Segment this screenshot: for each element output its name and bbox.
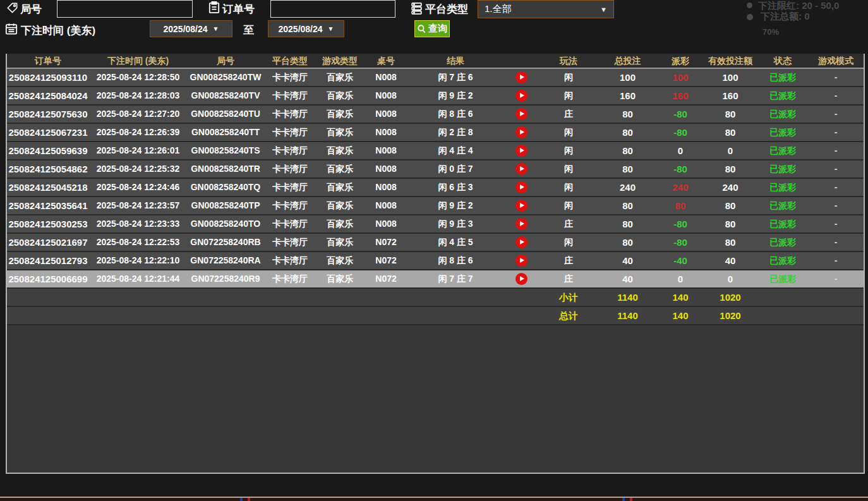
- play-icon[interactable]: [515, 218, 527, 230]
- platform-select[interactable]: 1.全部 ▼: [478, 0, 614, 18]
- play-icon[interactable]: [515, 145, 527, 157]
- cell-play: 闲: [539, 197, 598, 214]
- platform-type-label: 平台类型: [425, 2, 468, 16]
- column-header: 总投注: [598, 54, 658, 68]
- cell-game: 百家乐: [316, 270, 364, 287]
- table-row[interactable]: 2508241250356412025-08-24 12:23:57GN0082…: [7, 197, 864, 215]
- table-row[interactable]: 2508241250548622025-08-24 12:25:32GN0082…: [7, 160, 864, 179]
- cell-payout: -80: [658, 106, 703, 123]
- background-bet-total: 下注总额: 0: [761, 11, 810, 23]
- cell-result: 闲 6 庄 3: [408, 179, 503, 196]
- grand_total-label: 总计: [539, 307, 598, 324]
- cell-order: 250824125021697: [7, 234, 89, 251]
- cell-tableno: N008: [364, 106, 408, 123]
- table-row[interactable]: 2508241250452182025-08-24 12:24:46GN0082…: [7, 179, 864, 197]
- cell-status: 已派彩: [757, 197, 808, 214]
- cell-game: 百家乐: [316, 197, 364, 214]
- cell-platform: 卡卡湾厅: [264, 252, 316, 269]
- table-row[interactable]: 2508241250672312025-08-24 12:26:39GN0082…: [7, 124, 864, 142]
- cell-mode: -: [808, 106, 864, 123]
- replay-cell: [503, 124, 539, 141]
- play-icon[interactable]: [515, 273, 527, 285]
- table-row[interactable]: 2508241250216972025-08-24 12:22:53GN0722…: [7, 234, 864, 252]
- cell-tableno: N008: [364, 197, 408, 214]
- date-from-picker[interactable]: 2025/08/24 ▼: [150, 20, 232, 37]
- cell-status: 已派彩: [757, 234, 808, 251]
- play-icon[interactable]: [515, 126, 527, 138]
- replay-cell: [503, 252, 539, 269]
- date-to-value: 2025/08/24: [279, 24, 323, 34]
- replay-cell: [503, 197, 539, 214]
- table-body: 2508241250931102025-08-24 12:28:50GN0082…: [7, 69, 864, 325]
- round-no-input[interactable]: [57, 0, 193, 18]
- cell-platform: 卡卡湾厅: [264, 160, 316, 178]
- cell-tableno: N008: [364, 87, 408, 104]
- cell-result: 闲 4 庄 4: [408, 142, 503, 159]
- bet-records-table: 订单号下注时间 (美东)局号平台类型游戏类型桌号结果玩法总投注派彩有效投注额状态…: [6, 54, 865, 474]
- cell-tableno: N008: [364, 69, 408, 86]
- subtotal-label: 小计: [539, 289, 598, 306]
- cell-valid: 80: [703, 106, 757, 123]
- cell-play: 闲: [539, 179, 598, 196]
- cell-result: 闲 2 庄 8: [408, 124, 503, 141]
- replay-cell: [503, 179, 539, 196]
- cell-play: 闲: [539, 124, 598, 141]
- replay-cell: [503, 69, 539, 86]
- order-no-input[interactable]: [270, 0, 395, 18]
- cell-status: 已派彩: [757, 142, 808, 159]
- cell-order: 250824125045218: [7, 179, 89, 196]
- column-header: 桌号: [364, 54, 408, 68]
- cell-status: 已派彩: [757, 106, 808, 123]
- cell-game: 百家乐: [316, 69, 364, 86]
- search-button[interactable]: 查询: [414, 20, 450, 37]
- cell-play: 庄: [539, 252, 598, 269]
- table-row[interactable]: 2508241250066992025-08-24 12:21:44GN0722…: [7, 270, 864, 289]
- cell-payout: 80: [658, 197, 703, 214]
- table-row[interactable]: 2508241250931102025-08-24 12:28:50GN0082…: [7, 69, 864, 87]
- table-row[interactable]: 2508241250596392025-08-24 12:26:01GN0082…: [7, 142, 864, 160]
- cell-platform: 卡卡湾厅: [264, 69, 316, 86]
- cell-game: 百家乐: [316, 142, 364, 159]
- cell-status: 已派彩: [757, 87, 808, 104]
- grand_total-total: 1140: [598, 307, 658, 324]
- play-icon[interactable]: [515, 163, 527, 175]
- calendar-icon: [5, 22, 18, 38]
- filter-bar: 局号 订单号 平台类型 1.全部 ▼ 下注时间 (美东) 2025/08/24 …: [0, 0, 868, 54]
- cell-game: 百家乐: [316, 106, 364, 123]
- cell-tableno: N008: [364, 124, 408, 141]
- table-row[interactable]: 2508241250302532025-08-24 12:23:33GN0082…: [7, 215, 864, 234]
- replay-cell: [503, 106, 539, 123]
- cell-tableno: N008: [364, 142, 408, 159]
- cell-play: 闲: [539, 160, 598, 178]
- cell-result: 闲 4 庄 5: [408, 234, 503, 251]
- date-to-picker[interactable]: 2025/08/24 ▼: [268, 20, 344, 37]
- play-icon[interactable]: [515, 71, 527, 83]
- cell-valid: 0: [703, 270, 757, 287]
- column-header: [503, 54, 539, 68]
- cell-platform: 卡卡湾厅: [264, 106, 316, 123]
- play-icon[interactable]: [515, 90, 527, 102]
- cell-payout: -80: [658, 124, 703, 141]
- table-row[interactable]: 2508241250840242025-08-24 12:28:03GN0082…: [7, 87, 864, 106]
- cell-platform: 卡卡湾厅: [264, 215, 316, 232]
- grand-total-row: 总计11401401020: [7, 307, 864, 325]
- cell-tableno: N072: [364, 234, 408, 251]
- chevron-down-icon: ▼: [213, 25, 219, 32]
- play-icon[interactable]: [515, 181, 527, 193]
- play-icon[interactable]: [515, 108, 527, 120]
- date-range-to-label: 至: [243, 23, 254, 37]
- cell-status: 已派彩: [757, 160, 808, 178]
- play-icon[interactable]: [515, 255, 527, 267]
- table-row[interactable]: 2508241250756302025-08-24 12:27:20GN0082…: [7, 106, 864, 124]
- cell-tableno: N072: [364, 270, 408, 287]
- play-icon[interactable]: [515, 236, 527, 248]
- cell-play: 闲: [539, 87, 598, 104]
- bottom-edge-strip: [0, 497, 868, 501]
- cell-order: 250824125012793: [7, 252, 89, 269]
- play-icon[interactable]: [515, 200, 527, 212]
- cell-time: 2025-08-24 12:26:39: [89, 124, 187, 141]
- cell-time: 2025-08-24 12:22:53: [89, 234, 187, 251]
- cell-status: 已派彩: [757, 252, 808, 269]
- round-no-label: 局号: [20, 2, 42, 16]
- table-row[interactable]: 2508241250127932025-08-24 12:22:10GN0722…: [7, 252, 864, 270]
